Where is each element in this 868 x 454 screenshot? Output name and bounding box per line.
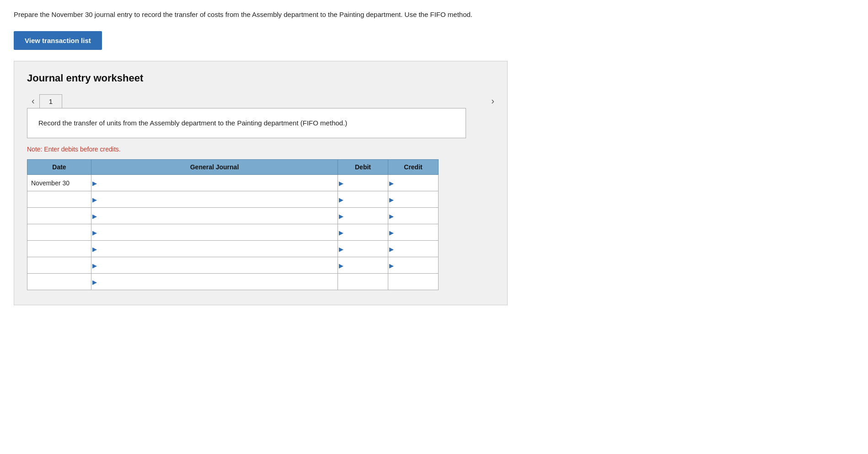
journal-cell-2[interactable]: ▶ bbox=[91, 208, 338, 224]
col-header-debit: Debit bbox=[338, 160, 388, 175]
date-cell-6[interactable] bbox=[27, 274, 91, 290]
debit-input-2[interactable] bbox=[338, 208, 388, 224]
journal-cell-4[interactable]: ▶ bbox=[91, 241, 338, 257]
journal-input-5[interactable] bbox=[91, 257, 338, 273]
debit-cell-5[interactable]: ▶ bbox=[338, 257, 388, 274]
date-cell-1[interactable] bbox=[27, 191, 91, 208]
prev-tab-button[interactable]: ‹ bbox=[27, 93, 39, 108]
col-header-general-journal: General Journal bbox=[91, 160, 338, 175]
date-input-2[interactable] bbox=[31, 208, 91, 224]
credit-input-1[interactable] bbox=[388, 191, 438, 207]
tab-navigation: ‹ 1 › bbox=[27, 93, 494, 108]
debit-cell-1[interactable]: ▶ bbox=[338, 191, 388, 208]
journal-cell-0[interactable]: ▶ bbox=[91, 175, 338, 191]
credit-cell-0[interactable]: ▶ bbox=[388, 175, 439, 191]
table-row: ▶▶▶ bbox=[27, 257, 439, 274]
credit-input-6[interactable] bbox=[388, 274, 438, 290]
journal-cell-6[interactable]: ▶ bbox=[91, 274, 338, 290]
credit-cell-2[interactable]: ▶ bbox=[388, 208, 439, 224]
date-cell-0: November 30 bbox=[27, 175, 91, 191]
journal-cell-1[interactable]: ▶ bbox=[91, 191, 338, 208]
credit-input-4[interactable] bbox=[388, 241, 438, 257]
col-header-credit: Credit bbox=[388, 160, 439, 175]
credit-cell-5[interactable]: ▶ bbox=[388, 257, 439, 274]
credit-cell-6[interactable] bbox=[388, 274, 439, 290]
credit-input-0[interactable] bbox=[388, 175, 438, 191]
debit-cell-6[interactable] bbox=[338, 274, 388, 290]
table-row: ▶▶▶ bbox=[27, 241, 439, 257]
date-cell-2[interactable] bbox=[27, 208, 91, 224]
debit-input-4[interactable] bbox=[338, 241, 388, 257]
debit-cell-2[interactable]: ▶ bbox=[338, 208, 388, 224]
debit-cell-0[interactable]: ▶ bbox=[338, 175, 388, 191]
table-row: ▶▶▶ bbox=[27, 191, 439, 208]
table-row: ▶ bbox=[27, 274, 439, 290]
credit-cell-4[interactable]: ▶ bbox=[388, 241, 439, 257]
credit-input-5[interactable] bbox=[388, 257, 438, 273]
debit-input-3[interactable] bbox=[338, 224, 388, 240]
debit-input-0[interactable] bbox=[338, 175, 388, 191]
date-input-5[interactable] bbox=[31, 257, 91, 273]
journal-input-2[interactable] bbox=[91, 208, 338, 224]
debit-input-1[interactable] bbox=[338, 191, 388, 207]
intro-text: Prepare the November 30 journal entry to… bbox=[14, 9, 517, 20]
debit-cell-4[interactable]: ▶ bbox=[338, 241, 388, 257]
credit-input-2[interactable] bbox=[388, 208, 438, 224]
date-input-6[interactable] bbox=[31, 274, 91, 290]
tab-1[interactable]: 1 bbox=[39, 94, 62, 108]
table-row: ▶▶▶ bbox=[27, 224, 439, 241]
date-input-1[interactable] bbox=[31, 191, 91, 207]
date-cell-5[interactable] bbox=[27, 257, 91, 274]
view-transaction-button[interactable]: View transaction list bbox=[14, 31, 102, 50]
instruction-box: Record the transfer of units from the As… bbox=[27, 108, 466, 138]
credit-cell-1[interactable]: ▶ bbox=[388, 191, 439, 208]
journal-input-3[interactable] bbox=[91, 224, 338, 240]
debit-input-6[interactable] bbox=[338, 274, 388, 290]
note-text: Note: Enter debits before credits. bbox=[27, 146, 494, 153]
journal-cell-3[interactable]: ▶ bbox=[91, 224, 338, 241]
date-input-4[interactable] bbox=[31, 241, 91, 257]
debit-cell-3[interactable]: ▶ bbox=[338, 224, 388, 241]
debit-input-5[interactable] bbox=[338, 257, 388, 273]
journal-table: Date General Journal Debit Credit Novemb… bbox=[27, 159, 439, 290]
date-cell-3[interactable] bbox=[27, 224, 91, 241]
journal-input-4[interactable] bbox=[91, 241, 338, 257]
worksheet-title: Journal entry worksheet bbox=[27, 72, 494, 84]
journal-cell-5[interactable]: ▶ bbox=[91, 257, 338, 274]
col-header-date: Date bbox=[27, 160, 91, 175]
worksheet-container: Journal entry worksheet ‹ 1 › Record the… bbox=[14, 61, 508, 305]
instruction-text: Record the transfer of units from the As… bbox=[38, 119, 347, 127]
next-tab-button[interactable]: › bbox=[487, 93, 499, 108]
journal-input-1[interactable] bbox=[91, 191, 338, 207]
table-row: ▶▶▶ bbox=[27, 208, 439, 224]
journal-input-6[interactable] bbox=[91, 274, 338, 290]
credit-cell-3[interactable]: ▶ bbox=[388, 224, 439, 241]
journal-input-0[interactable] bbox=[91, 175, 338, 191]
credit-input-3[interactable] bbox=[388, 224, 438, 240]
date-input-3[interactable] bbox=[31, 224, 91, 240]
date-cell-4[interactable] bbox=[27, 241, 91, 257]
table-row: November 30▶▶▶ bbox=[27, 175, 439, 191]
